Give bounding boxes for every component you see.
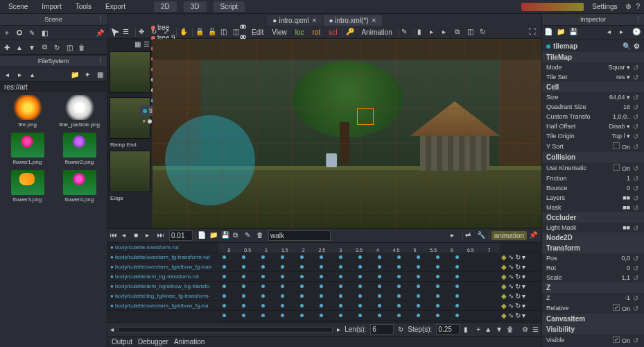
bottom-tab-output[interactable]: Output bbox=[112, 338, 132, 346]
keyframe[interactable] bbox=[436, 304, 440, 307]
keyframe[interactable] bbox=[436, 294, 440, 298]
reset-icon[interactable]: ↺ bbox=[633, 274, 640, 281]
keyframe[interactable] bbox=[300, 314, 304, 317]
opts-icon[interactable]: ⚙ bbox=[634, 42, 640, 50]
file-grid[interactable]: fire.pngfine_particle.pngflower1.pngflow… bbox=[0, 92, 107, 208]
anim-prev-icon[interactable]: ◂ bbox=[122, 231, 132, 241]
keyframe[interactable] bbox=[320, 314, 323, 317]
scl-label[interactable]: scl bbox=[326, 28, 340, 36]
tool-icon[interactable]: ✎ bbox=[27, 28, 37, 37]
keyframe[interactable] bbox=[417, 304, 420, 307]
down-icon[interactable]: ▼ bbox=[27, 42, 37, 52]
keyframe[interactable] bbox=[281, 304, 284, 307]
key-icon[interactable]: 🔑 bbox=[346, 28, 356, 37]
keyframe[interactable] bbox=[417, 294, 420, 298]
reset-icon[interactable]: ↺ bbox=[633, 94, 640, 101]
hist-icon[interactable]: 🕘 bbox=[632, 28, 642, 37]
keyframe[interactable] bbox=[455, 304, 459, 307]
reset-icon[interactable]: ↺ bbox=[633, 103, 640, 110]
fwd-icon[interactable]: ▸ bbox=[15, 69, 24, 79]
keyframe[interactable] bbox=[281, 265, 284, 269]
property-row[interactable]: Light Mask■■↺ bbox=[542, 223, 644, 232]
close-icon[interactable]: ✕ bbox=[372, 17, 376, 24]
keyframe[interactable] bbox=[358, 294, 362, 298]
reset-icon[interactable]: ↺ bbox=[633, 185, 640, 192]
keyframe[interactable] bbox=[320, 275, 323, 278]
keyframe[interactable] bbox=[358, 304, 362, 307]
add-track-icon[interactable]: + bbox=[476, 325, 480, 333]
keyframe[interactable] bbox=[455, 285, 459, 288]
track-name[interactable]: ● body/culette-transform-rot bbox=[107, 243, 218, 253]
menu-scene[interactable]: Scene bbox=[4, 1, 32, 12]
rect-icon[interactable]: ▸ bbox=[442, 28, 452, 37]
track-row[interactable] bbox=[218, 272, 500, 282]
search-icon[interactable]: 🔍 bbox=[623, 42, 631, 50]
track-opts-icon[interactable]: ⚙ bbox=[522, 325, 528, 333]
animation-menu[interactable]: Animation bbox=[358, 28, 394, 36]
reset-icon[interactable]: ↺ bbox=[633, 305, 640, 312]
track-name[interactable]: ● body/culette/leg_fg/knee_fg-transform- bbox=[107, 291, 218, 301]
track-row[interactable] bbox=[218, 301, 500, 311]
track-row[interactable] bbox=[218, 262, 500, 272]
property-row[interactable]: Tile Setres ▾↺ bbox=[542, 72, 644, 82]
track-name[interactable]: ● body/culette/arm_bg/elbow_bg-transfo bbox=[107, 282, 218, 291]
track-name[interactable]: ● body/culette/over/arm_fg/elbow_fg-tran bbox=[107, 262, 218, 272]
keyframe[interactable] bbox=[242, 314, 245, 317]
keyframe[interactable] bbox=[242, 304, 245, 307]
file-item[interactable]: flower3.png bbox=[3, 170, 52, 205]
gear-icon[interactable]: ⚙ bbox=[625, 3, 632, 10]
keyframe[interactable] bbox=[436, 275, 440, 278]
scene-tab[interactable]: ● intro.qxml✕ bbox=[267, 15, 322, 26]
grid-icon[interactable]: ▦ bbox=[95, 69, 105, 79]
bucket-icon[interactable]: ▮ bbox=[417, 28, 427, 37]
category-header[interactable]: Occluder bbox=[542, 212, 644, 223]
picker-icon[interactable]: ▸ bbox=[430, 28, 440, 37]
keyframe[interactable] bbox=[358, 265, 362, 269]
dup2-icon[interactable]: ⧉ bbox=[455, 28, 464, 37]
category-header[interactable]: Z bbox=[542, 282, 644, 293]
reset-icon[interactable]: ↺ bbox=[633, 264, 640, 271]
property-row[interactable]: Half OffsetDisab ▾↺ bbox=[542, 121, 644, 131]
keyframe[interactable] bbox=[223, 304, 226, 307]
keyframe[interactable] bbox=[320, 255, 323, 259]
keyframe[interactable] bbox=[397, 275, 401, 278]
reset-icon[interactable]: ↺ bbox=[633, 224, 640, 231]
category-header[interactable]: CanvasItem bbox=[542, 314, 644, 324]
keyframe[interactable] bbox=[320, 294, 323, 298]
property-row[interactable]: Friction1↺ bbox=[542, 174, 644, 183]
time-input[interactable] bbox=[169, 230, 193, 241]
keyframe[interactable] bbox=[320, 304, 323, 307]
expand-icon[interactable]: ⛶ bbox=[529, 28, 539, 37]
rot90-icon[interactable]: ↻ bbox=[480, 28, 489, 37]
scene-tab[interactable]: ● intro.xml(*)✕ bbox=[324, 15, 382, 26]
track-name[interactable]: ● body/culette/arm_bg-transform-rot bbox=[107, 272, 218, 282]
keyframe[interactable] bbox=[417, 275, 420, 278]
keyframe[interactable] bbox=[281, 314, 284, 317]
blend-icon[interactable]: ⇄ bbox=[465, 231, 475, 241]
keyframe[interactable] bbox=[242, 255, 245, 259]
property-row[interactable]: Quadrant Size16↺ bbox=[542, 102, 644, 112]
loop-icon[interactable]: ↻ bbox=[398, 325, 403, 333]
keyframe[interactable] bbox=[223, 275, 226, 278]
keyframe[interactable] bbox=[300, 294, 304, 298]
file-item[interactable]: flower4.png bbox=[55, 170, 104, 205]
property-row[interactable]: Size64,64 ▾↺ bbox=[542, 92, 644, 102]
anim-play-icon[interactable]: ▸ bbox=[146, 231, 155, 241]
scroll-left-icon[interactable]: ◂ bbox=[110, 325, 114, 333]
track-row[interactable] bbox=[218, 311, 500, 321]
keyframe[interactable] bbox=[223, 314, 226, 317]
property-row[interactable]: Visible On↺ bbox=[542, 335, 644, 346]
keyframe[interactable] bbox=[397, 285, 401, 288]
folder-icon[interactable]: 📁 bbox=[70, 69, 80, 79]
keyframe[interactable] bbox=[378, 265, 381, 269]
property-row[interactable]: Rot0↺ bbox=[542, 263, 644, 273]
keyframe[interactable] bbox=[339, 304, 342, 307]
multi-icon[interactable]: ◫ bbox=[64, 42, 74, 52]
keyframe[interactable] bbox=[281, 285, 284, 288]
close-icon[interactable]: ✕ bbox=[312, 17, 317, 24]
reset-icon[interactable]: ↺ bbox=[633, 113, 640, 120]
del-track-icon[interactable]: 🗑 bbox=[507, 325, 514, 333]
keyframe[interactable] bbox=[261, 255, 265, 259]
autoplay-icon[interactable]: ▸ bbox=[451, 231, 460, 241]
keyframe[interactable] bbox=[436, 265, 440, 269]
